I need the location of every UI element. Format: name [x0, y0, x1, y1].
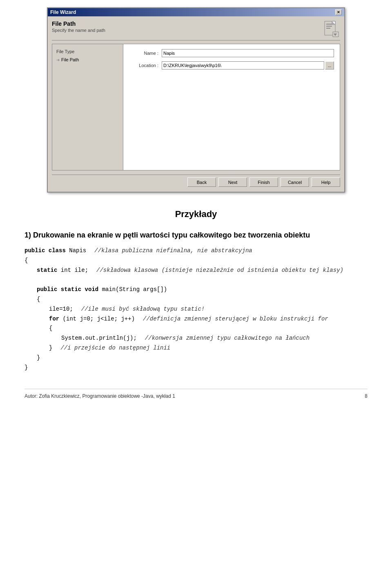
- filetype-label: File Type: [56, 49, 74, 54]
- dialog-overlay: File Wizard ✕ File Path Specify the name…: [0, 0, 392, 197]
- brace-close-3: }: [24, 363, 28, 373]
- slide-title: Przykłady: [24, 209, 368, 220]
- comment-11: //i przejście do następnej linii: [60, 343, 170, 353]
- code-line-8: for (int j=0; j<ile; j++) //definicja zm…: [24, 314, 368, 324]
- name-row: Name :: [129, 49, 334, 57]
- code-line-1: public class Napis //klasa publiczna nie…: [24, 246, 368, 256]
- brace-close-2: }: [37, 353, 40, 363]
- dialog-subheading: Specify the name and path: [52, 28, 105, 33]
- code-line-3: static int ile; //składowa klasowa (istn…: [24, 266, 368, 276]
- name-label: Name :: [129, 51, 162, 56]
- comment-1: //klasa publiczna niefinalna, nie abstra…: [94, 246, 252, 256]
- close-button[interactable]: ✕: [335, 9, 342, 15]
- comment-3: //składowa klasowa (istnieje niezależnie…: [96, 266, 343, 276]
- cancel-button[interactable]: Cancel: [281, 177, 309, 187]
- svg-rect-3: [326, 28, 330, 29]
- browse-button[interactable]: ...: [325, 61, 334, 69]
- footer-page: 8: [365, 393, 368, 399]
- svg-rect-2: [326, 26, 332, 27]
- titlebar-buttons: ✕: [335, 9, 342, 15]
- println-call: System.out.println(j);: [61, 334, 137, 343]
- code-line-5: public static void main(String args[]): [24, 285, 368, 295]
- dialog-header-text: File Path Specify the name and path: [52, 20, 105, 33]
- back-button[interactable]: Back: [187, 177, 216, 187]
- code-line-7: ile=10; //ile musi być składową typu sta…: [24, 305, 368, 314]
- code-line-9: {: [24, 324, 368, 334]
- code-line-10: System.out.println(j); //konwersja zmien…: [24, 334, 368, 343]
- dialog-title: File Wizard: [50, 9, 76, 15]
- code-block: public class Napis //klasa publiczna nie…: [24, 246, 368, 372]
- file-wizard-dialog: File Wizard ✕ File Path Specify the name…: [47, 7, 345, 193]
- active-arrow-icon: ➔: [56, 58, 60, 62]
- code-line-13: }: [24, 363, 368, 373]
- location-row: Location : ...: [129, 61, 334, 69]
- class-name: Napis: [66, 246, 86, 256]
- page-footer: Autor: Zofia Kruczkiewicz, Programowanie…: [24, 389, 368, 401]
- code-line-6: {: [24, 295, 368, 305]
- code-line-12: }: [24, 353, 368, 363]
- comment-10: //konwersja zmiennej typu całkowitego na…: [145, 334, 310, 343]
- left-panel: File Type ➔ File Path: [52, 44, 123, 170]
- code-line-2: {: [24, 256, 368, 266]
- footer-author: Autor: Zofia Kruczkiewicz, Programowanie…: [24, 393, 175, 399]
- filepath-label: File Path: [61, 57, 79, 62]
- name-input[interactable]: [162, 49, 334, 57]
- static-declaration: int ile;: [57, 266, 88, 276]
- brace-open-2: {: [37, 295, 40, 305]
- section-heading: 1) Drukowanie na ekranie w pętli wartośc…: [24, 231, 368, 240]
- keyword-static: static: [37, 266, 57, 276]
- svg-rect-1: [326, 24, 332, 25]
- location-input-group: ...: [162, 61, 334, 69]
- slides-content: Przykłady 1) Drukowanie na ekranie w pęt…: [0, 197, 392, 389]
- next-button[interactable]: Next: [218, 177, 247, 187]
- dialog-titlebar: File Wizard ✕: [48, 8, 344, 16]
- comment-8: //definicja zmiennej sterującej w bloku …: [143, 314, 328, 324]
- keyword-for: for: [49, 314, 59, 324]
- location-label: Location :: [129, 63, 162, 68]
- dialog-heading: File Path: [52, 20, 105, 27]
- keyword-public-static-void: public static void: [37, 285, 98, 295]
- code-line-4: [24, 275, 368, 285]
- left-panel-item-filepath[interactable]: ➔ File Path: [52, 56, 123, 64]
- dialog-header: File Path Specify the name and path: [52, 20, 340, 40]
- dialog-content: File Type ➔ File Path Name : Location :: [52, 44, 340, 170]
- code-line-11: } //i przejście do następnej linii: [24, 343, 368, 353]
- finish-button[interactable]: Finish: [249, 177, 278, 187]
- wizard-icon: [323, 20, 340, 38]
- main-declaration: main(String args[]): [98, 285, 167, 295]
- comment-7: //ile musi być składową typu static!: [81, 305, 205, 314]
- location-input[interactable]: [162, 61, 324, 69]
- left-panel-item-filetype[interactable]: File Type: [52, 47, 123, 56]
- dialog-footer: Back Next Finish Cancel Help: [52, 175, 340, 188]
- brace-close-1: }: [49, 343, 52, 353]
- help-button[interactable]: Help: [312, 177, 340, 187]
- dialog-body: File Path Specify the name and path: [48, 16, 344, 192]
- brace-open-3: {: [49, 324, 52, 334]
- ile-assignment: ile=10;: [49, 305, 73, 314]
- keyword-public-class: public class: [24, 246, 66, 256]
- for-params: (int j=0; j<ile; j++): [59, 314, 135, 324]
- brace-open: {: [24, 256, 28, 266]
- right-panel: Name : Location : ...: [123, 44, 340, 170]
